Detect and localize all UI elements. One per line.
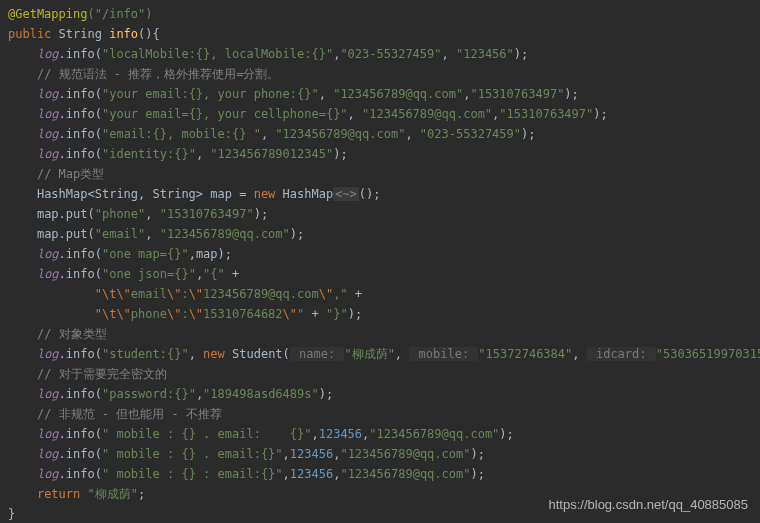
- keyword-return: return: [37, 487, 88, 501]
- log-field: log: [37, 427, 59, 441]
- comment: // 规范语法 - 推荐，格外推荐使用=分割。: [37, 67, 280, 81]
- string-literal: "}": [326, 307, 348, 321]
- log-field: log: [37, 47, 59, 61]
- log-field: log: [37, 87, 59, 101]
- plus: +: [348, 287, 362, 301]
- code-line: log.info("identity:{}", "123456789012345…: [8, 144, 752, 164]
- log-field: log: [37, 467, 59, 481]
- string-literal: "123456789@qq.com": [333, 87, 463, 101]
- keyword-public: public: [8, 27, 51, 41]
- comment: // Map类型: [37, 167, 104, 181]
- code-line: log.info("your email={}, your cellphone=…: [8, 104, 752, 124]
- string-literal: "your email={}, your cellphone={}": [102, 107, 348, 121]
- string-literal: "your email:{}, your phone:{}": [102, 87, 319, 101]
- map-arg: ,map): [189, 247, 225, 261]
- string-literal: "柳成荫": [87, 487, 137, 501]
- string-literal: "023-55327459": [420, 127, 521, 141]
- code-line: log.info(" mobile : {} . email: {}",1234…: [8, 424, 752, 444]
- code-line: // 对于需要完全密文的: [8, 364, 752, 384]
- string-literal: "123456789@qq.com": [340, 447, 470, 461]
- code-line: log.info("one map={}",map);: [8, 244, 752, 264]
- code-line: @GetMapping("/info"): [8, 4, 752, 24]
- string-literal: "localMobile:{}, localMobile:{}": [102, 47, 333, 61]
- log-field: log: [37, 147, 59, 161]
- hashmap-decl: HashMap<String, String> map =: [37, 187, 254, 201]
- log-field: log: [37, 247, 59, 261]
- log-field: log: [37, 347, 59, 361]
- close-brace: }: [8, 507, 15, 521]
- generic-fold[interactable]: <~>: [333, 187, 359, 201]
- string-literal: "\t\"email\":\"123456789@qq.com\",": [95, 287, 348, 301]
- comment: // 对象类型: [37, 327, 107, 341]
- string-literal: "15310763497": [160, 207, 254, 221]
- code-line: log.info("one json={}","{" +: [8, 264, 752, 284]
- code-line: log.info("localMobile:{}, localMobile:{}…: [8, 44, 752, 64]
- string-literal: "柳成荫": [344, 347, 394, 361]
- log-field: log: [37, 387, 59, 401]
- code-line: // 规范语法 - 推荐，格外推荐使用=分割。: [8, 64, 752, 84]
- comment: // 对于需要完全密文的: [37, 367, 167, 381]
- code-line: public String info(){: [8, 24, 752, 44]
- number-literal: 123456: [290, 447, 333, 461]
- code-line: // 对象类型: [8, 324, 752, 344]
- string-literal: "123456789@qq.com": [369, 427, 499, 441]
- student-ctor: Student(: [225, 347, 290, 361]
- map-put: map.put(: [37, 207, 95, 221]
- string-literal: " mobile : {} . email:{}": [102, 447, 283, 461]
- string-literal: "123456789@qq.com": [160, 227, 290, 241]
- string-literal: "identity:{}": [102, 147, 196, 161]
- code-line: map.put("email", "123456789@qq.com");: [8, 224, 752, 244]
- braces: (){: [138, 27, 160, 41]
- string-literal: "15310763497": [499, 107, 593, 121]
- param-hint-mobile: mobile:: [409, 347, 478, 361]
- string-literal: "123456": [456, 47, 514, 61]
- code-line: log.info(" mobile : {} : email:{}",12345…: [8, 464, 752, 484]
- string-literal: "student:{}": [102, 347, 189, 361]
- number-literal: 123456: [290, 467, 333, 481]
- log-field: log: [37, 127, 59, 141]
- string-literal: "123456789@qq.com": [340, 467, 470, 481]
- string-literal: " mobile : {} . email: {}": [102, 427, 312, 441]
- string-literal: "15372746384": [478, 347, 572, 361]
- comment: // 非规范 - 但也能用 - 不推荐: [37, 407, 222, 421]
- string-literal: "123456789@qq.com": [275, 127, 405, 141]
- string-literal: "15310763497": [470, 87, 564, 101]
- plus: +: [225, 267, 239, 281]
- code-line: // Map类型: [8, 164, 752, 184]
- annotation-value: ("/info"): [87, 7, 152, 21]
- code-line: // 非规范 - 但也能用 - 不推荐: [8, 404, 752, 424]
- string-literal: " mobile : {} : email:{}": [102, 467, 283, 481]
- string-literal: "{": [203, 267, 225, 281]
- keyword-new: new: [254, 187, 276, 201]
- map-put: map.put(: [37, 227, 95, 241]
- string-literal: "123456789012345": [210, 147, 333, 161]
- code-editor[interactable]: @GetMapping("/info") public String info(…: [0, 0, 760, 523]
- number-literal: 123456: [319, 427, 362, 441]
- string-literal: "email:{}, mobile:{} ": [102, 127, 261, 141]
- param-hint-name: name:: [290, 347, 345, 361]
- code-line: log.info("your email:{}, your phone:{}",…: [8, 84, 752, 104]
- log-field: log: [37, 447, 59, 461]
- param-hint-idcard: idcard:: [587, 347, 656, 361]
- log-field: log: [37, 107, 59, 121]
- string-literal: "\t\"phone\":\"15310764682\"": [95, 307, 305, 321]
- string-literal: "phone": [95, 207, 146, 221]
- string-literal: "email": [95, 227, 146, 241]
- code-line: "\t\"phone\":\"15310764682\"" + "}");: [8, 304, 752, 324]
- keyword-new: new: [203, 347, 225, 361]
- code-line: log.info("email:{}, mobile:{} ", "123456…: [8, 124, 752, 144]
- string-literal: "189498asd6489s": [203, 387, 319, 401]
- string-literal: "one json={}": [102, 267, 196, 281]
- string-literal: "password:{}": [102, 387, 196, 401]
- string-literal: "530365199703153648": [656, 347, 760, 361]
- code-line: log.info("student:{}", new Student( name…: [8, 344, 752, 364]
- code-line: "\t\"email\":\"123456789@qq.com\"," +: [8, 284, 752, 304]
- method-call: .info(: [59, 47, 102, 61]
- string-literal: "one map={}": [102, 247, 189, 261]
- log-field: log: [37, 267, 59, 281]
- return-type: String: [59, 27, 110, 41]
- string-literal: "023-55327459": [340, 47, 441, 61]
- code-line: map.put("phone", "15310763497");: [8, 204, 752, 224]
- watermark: https://blog.csdn.net/qq_40885085: [549, 495, 749, 515]
- code-line: log.info(" mobile : {} . email:{}",12345…: [8, 444, 752, 464]
